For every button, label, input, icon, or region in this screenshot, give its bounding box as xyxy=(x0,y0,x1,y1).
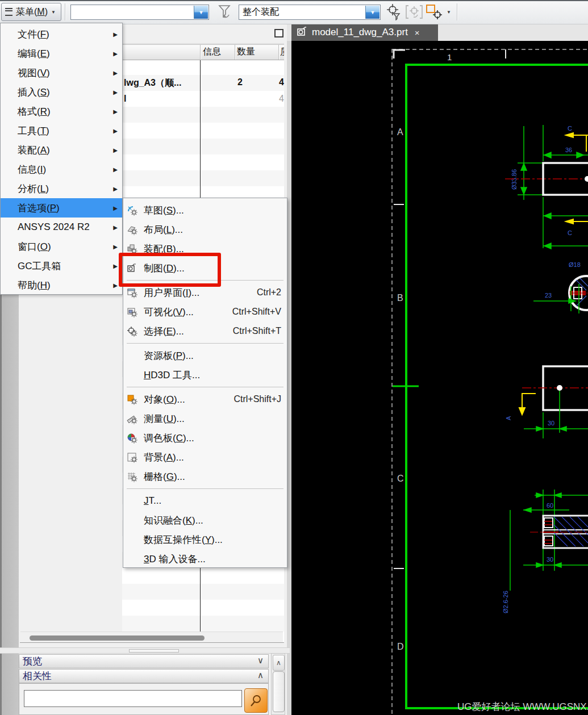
preview-panel-label: 预览 xyxy=(23,655,42,668)
menu-item-insert[interactable]: 插入(S)▶ xyxy=(1,82,122,102)
dependencies-panel-header[interactable]: 相关性 ∧ xyxy=(19,669,269,683)
submenu-item-label: 草图(S)... xyxy=(144,204,184,217)
tab-close-icon[interactable]: × xyxy=(415,28,420,37)
combo-dropdown-icon[interactable]: ▼ xyxy=(194,6,208,19)
dependencies-panel-label: 相关性 xyxy=(23,670,52,683)
part-node-label[interactable]: l xyxy=(124,94,126,104)
submenu-item-background[interactable]: 背景(A)... xyxy=(123,448,287,467)
submenu-item-resource-bar[interactable]: 资源板(P)... xyxy=(123,346,287,365)
chevron-down-icon[interactable]: ▼ xyxy=(447,10,451,15)
chevron-down-icon[interactable]: ∨ xyxy=(257,655,264,666)
vertical-scrollbar[interactable]: ∧ xyxy=(271,653,285,715)
submenu-item-label: 选择(E)... xyxy=(144,325,184,338)
view-arrow-label: A xyxy=(505,416,512,420)
menu-item-window[interactable]: 窗口(O)▶ xyxy=(1,237,122,256)
panel-splitter[interactable] xyxy=(0,647,290,654)
point-on-curve-icon[interactable] xyxy=(425,3,444,20)
submenu-arrow-icon: ▶ xyxy=(113,128,118,134)
submenu-arrow-icon: ▶ xyxy=(113,108,118,115)
layout-icon xyxy=(127,224,137,235)
submenu-item-measure[interactable]: 测量(U)... xyxy=(123,409,287,428)
selection-filter-combo[interactable]: 整个装配 ▼ xyxy=(239,5,381,20)
submenu-arrow-icon: ▶ xyxy=(113,205,118,211)
submenu-item-data-interoperability[interactable]: 数据互操作性(Y)... xyxy=(123,530,287,549)
annotation-highlight-box xyxy=(119,253,221,287)
submenu-item-selection[interactable]: 选择(E)...Ctrl+Shift+T xyxy=(123,321,287,341)
menu-item-ansys-2024-r2[interactable]: ANSYS 2024 R2▶ xyxy=(1,218,122,237)
column-header-quantity[interactable]: 数量 xyxy=(237,46,255,58)
menu-item-label: 窗口(O) xyxy=(18,240,51,253)
tab-bar: model_11_dwg_A3.prt × xyxy=(287,24,588,41)
scroll-up-icon[interactable]: ∧ xyxy=(273,655,285,671)
shortcut-label: Ctrl+Shift+V xyxy=(232,307,281,317)
shortcut-label: Ctrl+Shift+T xyxy=(233,326,281,336)
submenu-arrow-icon: ▶ xyxy=(113,89,118,95)
submenu-item-sketch[interactable]: 草图(S)... xyxy=(123,200,287,220)
menu-item-help[interactable]: 帮助(H)▶ xyxy=(1,275,122,295)
tab-title: model_11_dwg_A3.prt xyxy=(312,27,408,38)
menu-item-gc-toolbox[interactable]: GC工具箱▶ xyxy=(1,256,122,275)
ui-icon xyxy=(127,287,137,298)
submenu-item-label: 数据互操作性(Y)... xyxy=(144,533,223,546)
navigator-bottom-border xyxy=(20,642,284,645)
menu-item-label: ANSYS 2024 R2 xyxy=(18,221,90,233)
submenu-item-layout[interactable]: 布局(L)... xyxy=(123,220,287,239)
submenu-item-knowledge-fusion[interactable]: 知识融合(K)... xyxy=(123,511,287,530)
snap-region-icon-disabled[interactable] xyxy=(404,3,424,20)
menu-item-assemblies[interactable]: 装配(A)▶ xyxy=(1,140,122,160)
scrollbar-thumb[interactable] xyxy=(30,635,205,641)
submenu-item-color-palette[interactable]: 调色板(C)... xyxy=(123,428,287,448)
navigator-title-row xyxy=(122,24,284,44)
navigator-column-headers[interactable]: 信息 数量 质 xyxy=(122,44,284,60)
submenu-item-object[interactable]: 对象(O)...Ctrl+Shift+J xyxy=(123,390,287,409)
nx-application-window: 1 A B C D Ø33.86 xyxy=(0,0,588,715)
part-extra: 4 xyxy=(279,94,284,104)
filter-reset-icon[interactable] xyxy=(215,3,235,20)
submenu-item-label: JT... xyxy=(144,495,161,507)
submenu-item-visualization[interactable]: 可视化(V)...Ctrl+Shift+V xyxy=(123,302,287,321)
column-header-info[interactable]: 信息 xyxy=(203,46,221,58)
menu-item-label: 插入(S) xyxy=(18,86,50,99)
zone-letter-b: B xyxy=(397,293,403,303)
submenu-item-label: 用户界面(I)... xyxy=(144,286,199,299)
selection-scope-combo[interactable]: ▼ xyxy=(70,5,209,20)
tab-model-11-dwg-a3[interactable]: model_11_dwg_A3.prt × xyxy=(291,24,438,41)
submenu-item-hd3d-tools[interactable]: HD3D 工具... xyxy=(123,365,287,384)
submenu-item-3d-input-device[interactable]: 3D 输入设备... xyxy=(123,549,287,568)
menu-item-label: 帮助(H) xyxy=(18,279,51,292)
menu-button[interactable]: 菜单(M) ▼ xyxy=(1,3,61,21)
scrollbar-thumb[interactable] xyxy=(273,671,285,712)
grid-icon xyxy=(127,471,137,482)
submenu-arrow-icon: ▶ xyxy=(113,166,118,173)
preview-panel-header[interactable]: 预览 ∨ xyxy=(19,654,269,668)
menu-item-preferences[interactable]: 首选项(P)▶ xyxy=(1,198,122,218)
submenu-item-label: 调色板(C)... xyxy=(144,432,194,445)
submenu-item-label: HD3D 工具... xyxy=(144,369,200,382)
menu-item-format[interactable]: 格式(R)▶ xyxy=(1,102,122,121)
menu-item-label: 编辑(E) xyxy=(18,47,50,60)
menu-item-view[interactable]: 视图(V)▶ xyxy=(1,63,122,82)
part-node-label[interactable]: lwg_A3（顺... xyxy=(124,77,181,89)
part-quantity: 2 xyxy=(237,77,243,87)
chevron-up-icon[interactable]: ∧ xyxy=(257,670,264,680)
horizontal-scrollbar[interactable] xyxy=(20,632,283,643)
detail-circle-view: Ø18 23 xyxy=(533,261,588,313)
drawing-viewport[interactable]: 1 A B C D Ø33.86 xyxy=(291,41,588,715)
combo-value: 整个装配 xyxy=(243,6,279,18)
menu-item-information[interactable]: 信息(I)▶ xyxy=(1,160,122,179)
combo-dropdown-icon[interactable]: ▼ xyxy=(365,6,380,19)
submenu-item-grid[interactable]: 栅格(G)... xyxy=(123,467,287,486)
menu-item-analysis[interactable]: 分析(L)▶ xyxy=(1,179,122,198)
column-header-clipped[interactable]: 质 xyxy=(280,46,284,58)
submenu-arrow-icon: ▶ xyxy=(113,147,118,153)
search-button[interactable] xyxy=(244,688,268,713)
menu-item-tools[interactable]: 工具(T)▶ xyxy=(1,121,122,140)
snap-point-icon[interactable] xyxy=(384,3,403,20)
menu-item-edit[interactable]: 编辑(E)▶ xyxy=(1,44,122,63)
submenu-item-jt[interactable]: JT... xyxy=(123,491,287,511)
submenu-item-label: 布局(L)... xyxy=(144,223,183,236)
maximize-icon[interactable] xyxy=(274,29,283,37)
menu-item-file[interactable]: 文件(F)▶ xyxy=(1,24,122,44)
dependencies-search-input[interactable] xyxy=(24,690,242,707)
splitter-grip[interactable] xyxy=(129,649,179,653)
